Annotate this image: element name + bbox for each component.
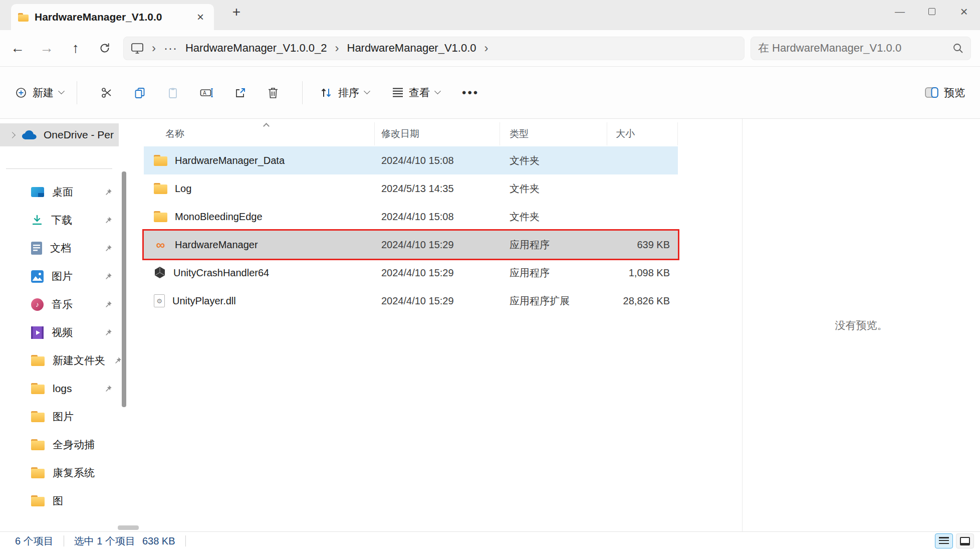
sidebar-item-documents[interactable]: 文档 (0, 234, 125, 262)
trash-icon (268, 87, 279, 99)
details-view-button[interactable] (935, 533, 953, 548)
file-type: 应用程序扩展 (500, 294, 607, 308)
video-icon (31, 326, 44, 339)
preview-pane: 没有预览。 (743, 119, 980, 531)
file-name: UnityCrashHandler64 (173, 267, 269, 279)
file-date: 2024/5/13 14:35 (375, 183, 500, 195)
rename-button[interactable]: A (200, 87, 213, 99)
sidebar-item-downloads[interactable]: 下载 (0, 206, 125, 234)
breadcrumb-item[interactable]: HardwareManager_V1.0.0 (347, 42, 476, 55)
sidebar-item-pictures-folder[interactable]: 图片 (0, 403, 125, 431)
file-rows: HardwareManager_Data 2024/4/10 15:08 文件夹… (144, 146, 742, 315)
column-header-type[interactable]: 类型 (500, 122, 607, 145)
selection-size: 638 KB (142, 535, 175, 547)
file-name: UnityPlayer.dll (172, 295, 236, 307)
folder-icon (18, 13, 29, 22)
search-box[interactable] (751, 37, 971, 60)
file-row-log[interactable]: Log 2024/5/13 14:35 文件夹 (144, 174, 678, 203)
search-icon[interactable] (952, 43, 963, 54)
file-name-cell: ∞ HardwareManager (144, 239, 375, 251)
close-button[interactable]: × (948, 0, 980, 23)
sidebar-item-label: logs (53, 383, 72, 395)
view-lines-icon (392, 88, 403, 97)
large-icons-view-button[interactable] (956, 533, 974, 548)
sidebar-item-label: 图 (53, 494, 63, 508)
pin-icon (104, 300, 112, 309)
preview-empty-text: 没有预览。 (835, 318, 888, 332)
delete-button[interactable] (268, 87, 279, 99)
sidebar-item-music[interactable]: ♪ 音乐 (0, 290, 125, 318)
minimize-button[interactable]: — (884, 0, 916, 23)
share-button[interactable] (234, 87, 247, 99)
preview-toggle-button[interactable]: 预览 (925, 86, 965, 100)
new-button[interactable]: 新建 (15, 86, 64, 100)
file-name: MonoBleedingEdge (175, 211, 263, 223)
file-row-unitycrashhandler64[interactable]: UnityCrashHandler64 2024/4/10 15:29 应用程序… (144, 259, 678, 287)
file-name-cell: UnityCrashHandler64 (144, 266, 375, 279)
refresh-button[interactable] (90, 42, 119, 54)
sidebar-item-new-folder[interactable]: 新建文件夹 (0, 346, 125, 375)
copy-icon (134, 87, 146, 99)
column-header-name[interactable]: 名称 (144, 122, 375, 145)
file-row-unityplayer-dll[interactable]: ⚙ UnityPlayer.dll 2024/4/10 15:29 应用程序扩展… (144, 287, 678, 315)
column-header-date[interactable]: 修改日期 (375, 122, 500, 145)
sidebar-item-label: 新建文件夹 (53, 353, 105, 368)
column-header-size[interactable]: 大小 (607, 122, 678, 145)
sidebar-item-mocap[interactable]: 全身动捕 (0, 431, 125, 459)
tab-close-icon[interactable]: × (194, 10, 207, 24)
maximize-button[interactable] (916, 0, 948, 23)
sort-button[interactable]: 排序 (320, 86, 369, 100)
sidebar-item-pictures[interactable]: 图片 (0, 262, 125, 290)
new-tab-button[interactable]: + (226, 4, 247, 20)
folder-icon (31, 467, 45, 478)
file-name: HardwareManager (175, 239, 258, 251)
search-input[interactable] (758, 42, 952, 55)
folder-icon (31, 411, 45, 422)
file-row-hardwaremanager-exe[interactable]: ∞ HardwareManager 2024/4/10 15:29 应用程序 6… (144, 231, 678, 259)
tab-title: HardwareManager_V1.0.0 (35, 11, 194, 23)
breadcrumb-overflow[interactable]: ··· (164, 41, 177, 55)
content-area: OneDrive - Per 桌面 下载 文档 (0, 119, 980, 531)
titlebar: HardwareManager_V1.0.0 × + — × (0, 0, 980, 30)
sidebar-item-desktop[interactable]: 桌面 (0, 178, 125, 206)
up-button[interactable]: ↑ (61, 40, 90, 56)
more-options-button[interactable]: ••• (462, 86, 479, 100)
file-date: 2024/4/10 15:29 (375, 267, 500, 279)
file-date: 2024/4/10 15:08 (375, 155, 500, 166)
file-name: HardwareManager_Data (175, 155, 285, 166)
chevron-down-icon (364, 88, 370, 94)
sidebar-item-label: 视频 (52, 325, 73, 339)
sidebar-item-onedrive[interactable]: OneDrive - Per (0, 123, 119, 146)
share-icon (234, 87, 247, 99)
chevron-right-icon[interactable] (9, 132, 16, 138)
file-type: 文件夹 (500, 182, 607, 196)
view-button[interactable]: 查看 (392, 86, 440, 100)
sidebar-item-label: 图片 (52, 269, 73, 283)
sidebar-item-logs[interactable]: logs (0, 375, 125, 403)
item-count: 6 个项目 (15, 534, 54, 548)
back-button[interactable]: ← (3, 40, 32, 56)
address-bar[interactable]: › ··· HardwareManager_V1.0.0_2 › Hardwar… (123, 37, 745, 60)
breadcrumb-item[interactable]: HardwareManager_V1.0.0_2 (185, 42, 327, 55)
file-row-hardwaremanager-data[interactable]: HardwareManager_Data 2024/4/10 15:08 文件夹 (144, 146, 678, 174)
sidebar-item-rehab[interactable]: 康复系统 (0, 459, 125, 487)
paste-button[interactable] (167, 87, 179, 99)
file-name-cell: Log (144, 183, 375, 195)
file-type: 应用程序 (500, 266, 607, 280)
folder-icon (31, 355, 45, 366)
file-row-monobleedingedge[interactable]: MonoBleedingEdge 2024/4/10 15:08 文件夹 (144, 203, 678, 231)
forward-button[interactable]: → (32, 40, 61, 56)
sidebar-item-tu[interactable]: 图 (0, 487, 125, 515)
rename-icon: A (200, 87, 213, 99)
sidebar-item-videos[interactable]: 视频 (0, 318, 125, 346)
new-button-label: 新建 (33, 86, 54, 100)
desktop-icon (31, 187, 44, 197)
folder-icon (31, 495, 45, 506)
sidebar-item-label: 全身动捕 (53, 438, 95, 452)
explorer-tab[interactable]: HardwareManager_V1.0.0 × (11, 4, 214, 30)
file-name-cell: MonoBleedingEdge (144, 211, 375, 223)
cut-button[interactable] (101, 87, 113, 99)
pin-icon (104, 385, 112, 393)
copy-button[interactable] (134, 87, 146, 99)
onedrive-cloud-icon (22, 130, 37, 140)
